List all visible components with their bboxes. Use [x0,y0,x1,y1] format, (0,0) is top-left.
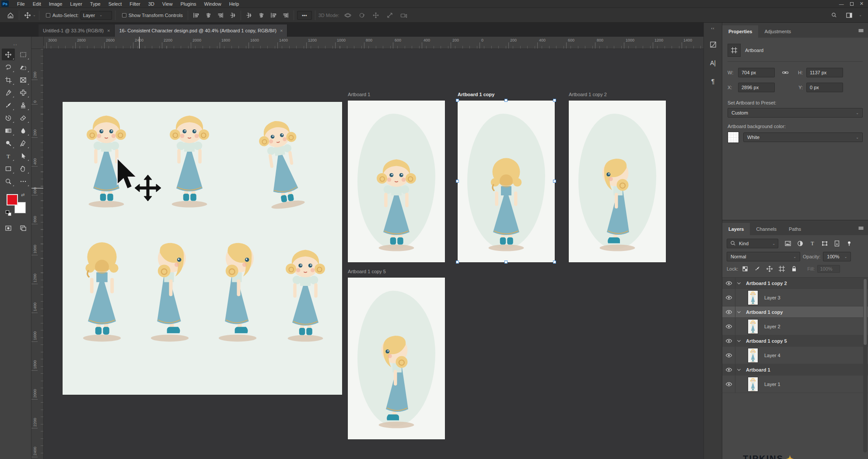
artboard-bg-dropdown[interactable]: White⌄ [743,132,863,142]
slide-3d-icon[interactable] [385,12,394,19]
fill-dropdown[interactable]: 100% [817,265,840,273]
height-field[interactable]: 1137 px [806,68,843,77]
ruler-origin-corner[interactable] [32,37,44,49]
transform-handle[interactable] [553,261,556,264]
pen-tool[interactable] [17,137,30,149]
menu-window[interactable]: Window [200,1,225,7]
foreground-color-swatch[interactable] [7,194,18,205]
tab-layers[interactable]: Layers [722,223,750,235]
opacity-dropdown[interactable]: 100%⌄ [823,252,851,261]
layer-name-label[interactable]: Layer 3 [764,295,780,300]
menu-type[interactable]: Type [86,1,105,7]
menu-edit[interactable]: Edit [29,1,45,7]
layer-thumbnail[interactable] [748,290,758,305]
screen-mode-icon[interactable] [18,223,28,233]
layer-name-label[interactable]: Artboard 1 [746,367,770,372]
blend-mode-dropdown[interactable]: Normal⌄ [727,252,800,261]
menu-view[interactable]: View [158,1,177,7]
link-dimensions-icon[interactable] [777,69,794,76]
expand-chevron-icon[interactable] [735,366,743,373]
horizontal-ruler[interactable]: 3000280026002400220020001800160014001200… [44,37,704,49]
eraser-tool[interactable] [17,112,30,124]
path-selection-tool[interactable] [17,150,30,162]
transform-handle[interactable] [456,261,459,264]
toolbar-grip[interactable]: ›› [0,43,31,47]
expand-chevron-icon[interactable] [735,337,743,344]
expand-chevron-icon[interactable] [735,309,743,316]
lock-all-icon[interactable] [790,265,798,273]
transform-handle[interactable] [456,180,459,183]
home-icon[interactable] [5,10,16,21]
artboard-name-label[interactable]: Artboard 1 copy 2 [569,92,607,99]
swap-colors-icon[interactable]: ⇄ [21,192,24,197]
visibility-eye-icon[interactable] [722,289,735,306]
move-tool[interactable] [2,49,15,60]
layer-name-label[interactable]: Artboard 1 copy 5 [746,338,787,344]
artboard-group-row[interactable]: Artboard 1 copy 2 [722,278,868,289]
align-bottom-icon[interactable] [269,12,278,19]
align-left-icon[interactable] [191,12,201,19]
align-top-icon[interactable] [244,12,254,19]
document-tab-2[interactable]: 16- Consistent Character design.psd @ 40… [115,24,287,37]
orbit-3d-icon[interactable] [343,12,352,19]
visibility-eye-icon[interactable] [722,306,735,317]
layer-name-label[interactable]: Layer 4 [764,353,780,358]
more-align-options-button[interactable]: ••• [297,11,312,20]
type-layer-filter-icon[interactable]: T [807,239,818,248]
artboard-group-row[interactable]: Artboard 1 copy 5 [722,335,868,347]
transform-handle[interactable] [456,99,459,102]
menu-filter[interactable]: Filter [126,1,144,7]
canvas-area[interactable]: Artboard 1 Artboard 1 copy Artboard 1 co… [44,49,704,459]
visibility-eye-icon[interactable] [722,278,735,289]
close-button[interactable]: ✕ [860,1,864,7]
search-icon[interactable] [829,10,840,21]
eyedropper-tool[interactable] [2,87,15,98]
dodge-tool[interactable] [2,137,15,149]
visibility-eye-icon[interactable] [722,347,735,364]
rectangle-tool[interactable] [2,163,15,174]
object-selection-tool[interactable] [17,61,30,73]
artboard[interactable] [458,101,555,262]
artboard-bg-swatch[interactable] [728,132,739,143]
curves-panel-icon[interactable] [707,38,719,51]
distribute-v-icon[interactable] [281,12,290,19]
transform-handle[interactable] [504,261,508,264]
photoshop-logo-icon[interactable]: Ps [1,0,9,7]
menu-image[interactable]: Image [45,1,66,7]
tool-preset-chevron-icon[interactable]: ⌄ [33,13,36,17]
crop-tool[interactable] [2,74,15,86]
expand-panels-icon[interactable]: ‹‹ [711,26,715,31]
artboard-group-row[interactable]: Artboard 1 [722,364,868,376]
workspace-switcher-icon[interactable] [844,10,854,21]
lock-transparent-icon[interactable] [741,265,749,273]
artboard[interactable] [569,101,666,262]
layer-name-label[interactable]: Layer 2 [764,324,780,329]
menu-3d[interactable]: 3D [144,1,158,7]
artboard-preset-dropdown[interactable]: Custom⌄ [728,108,863,118]
gradient-tool[interactable] [2,125,15,136]
layer-filter-kind-dropdown[interactable]: Kind ⌄ [727,239,778,248]
artboard[interactable] [348,278,445,439]
transform-handle[interactable] [553,99,556,102]
visibility-eye-icon[interactable] [722,335,735,346]
tab-close-icon[interactable]: × [280,28,283,33]
expand-chevron-icon[interactable] [735,280,743,287]
pixel-layer-filter-icon[interactable] [783,239,793,248]
y-field[interactable]: 0 px [806,83,843,92]
workspace-chevron-icon[interactable]: ⌄ [859,13,862,17]
layer-name-label[interactable]: Artboard 1 copy [746,309,783,315]
artboard[interactable] [348,101,445,262]
lock-artboard-icon[interactable] [777,265,786,273]
transform-handle[interactable] [553,180,556,183]
tab-properties[interactable]: Properties [722,25,758,38]
visibility-eye-icon[interactable] [722,318,735,335]
roll-3d-icon[interactable] [357,12,366,19]
quick-mask-icon[interactable] [3,223,14,233]
transform-handle[interactable] [504,99,508,102]
move-tool-preset-icon[interactable] [22,10,33,21]
zoom-tool[interactable] [2,175,15,187]
layer-thumbnail[interactable] [748,319,758,334]
menu-file[interactable]: File [13,1,29,7]
menu-layer[interactable]: Layer [66,1,86,7]
align-middle-icon[interactable] [228,12,238,19]
